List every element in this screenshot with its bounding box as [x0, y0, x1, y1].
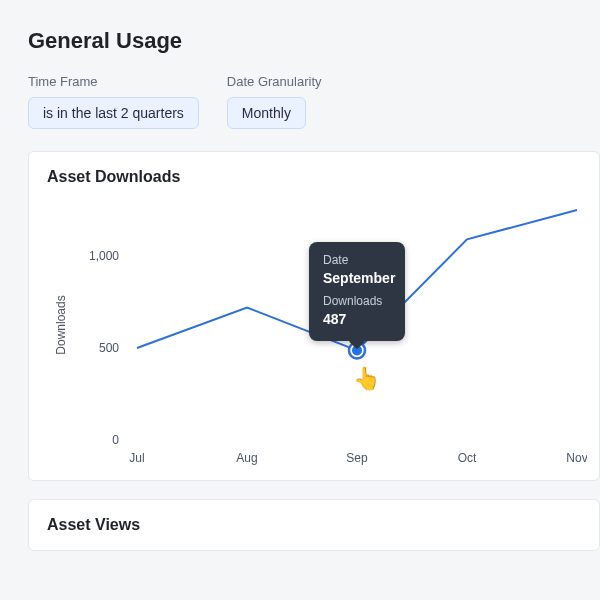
- chart-tooltip: Date September Downloads 487: [309, 242, 405, 340]
- card-asset-views: Asset Views: [28, 499, 600, 551]
- card-asset-downloads: Asset Downloads Downloads05001,000JulAug…: [28, 151, 600, 481]
- filter-granularity: Date Granularity Monthly: [227, 74, 322, 129]
- chart-xtick: Sep: [346, 451, 368, 465]
- chart-xtick: Jul: [129, 451, 144, 465]
- chart-xtick: Aug: [236, 451, 257, 465]
- chart-area[interactable]: Downloads05001,000JulAugSepOctNov Date S…: [29, 192, 599, 470]
- page-title: General Usage: [28, 28, 600, 54]
- chart-xtick: Nov: [566, 451, 587, 465]
- tooltip-date-label: Date: [323, 252, 391, 268]
- tooltip-metric-value: 487: [323, 310, 391, 329]
- filter-timeframe-pill[interactable]: is in the last 2 quarters: [28, 97, 199, 129]
- tooltip-date-value: September: [323, 269, 391, 288]
- chart-ytick: 0: [112, 433, 119, 447]
- chart-ytick: 1,000: [89, 249, 119, 263]
- tooltip-metric-label: Downloads: [323, 293, 391, 309]
- chart-ylabel: Downloads: [54, 295, 68, 354]
- card-asset-views-title: Asset Views: [29, 516, 599, 540]
- filter-granularity-pill[interactable]: Monthly: [227, 97, 306, 129]
- filter-timeframe: Time Frame is in the last 2 quarters: [28, 74, 199, 129]
- card-asset-downloads-title: Asset Downloads: [29, 168, 599, 192]
- filter-timeframe-label: Time Frame: [28, 74, 199, 89]
- filter-granularity-label: Date Granularity: [227, 74, 322, 89]
- filters: Time Frame is in the last 2 quarters Dat…: [28, 74, 600, 129]
- chart-ytick: 500: [99, 341, 119, 355]
- chart-xtick: Oct: [458, 451, 477, 465]
